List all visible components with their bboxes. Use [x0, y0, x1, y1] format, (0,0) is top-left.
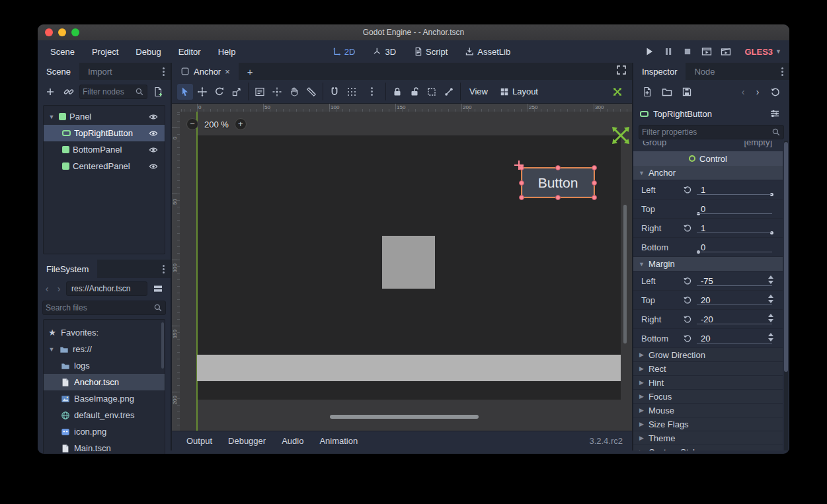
new-scene-tab-button[interactable]: +	[239, 63, 262, 80]
stop-button[interactable]	[680, 44, 695, 59]
section-size-flags[interactable]: ▶Size Flags	[633, 417, 783, 431]
selection-handle[interactable]	[519, 180, 524, 186]
revert-button[interactable]	[680, 185, 695, 194]
revert-button[interactable]	[680, 314, 695, 324]
bottom-panel-node[interactable]	[197, 355, 621, 381]
anchor-left-field[interactable]: 1	[695, 180, 773, 199]
spinner-icon[interactable]	[768, 314, 773, 322]
object-history-button[interactable]	[768, 85, 783, 99]
spinner-icon[interactable]	[768, 333, 773, 342]
section-focus[interactable]: ▶Focus	[633, 390, 783, 404]
menu-editor[interactable]: Editor	[173, 44, 207, 59]
play-scene-button[interactable]	[699, 44, 714, 59]
selection-handle[interactable]	[592, 195, 597, 200]
zoom-window-button[interactable]	[71, 28, 79, 36]
workspace-3d-button[interactable]: 3D	[367, 45, 401, 59]
tree-row-panel[interactable]: ▼ Panel	[44, 108, 165, 125]
scene-tab-anchor[interactable]: Anchor ×	[172, 63, 239, 80]
inspector-dock-menu-icon[interactable]	[777, 63, 787, 80]
inspector-scrollbar[interactable]	[784, 142, 788, 372]
minimize-window-button[interactable]	[58, 28, 66, 36]
file-tree-scrollbar[interactable]	[161, 322, 164, 369]
animation-tab-button[interactable]: Animation	[313, 433, 364, 449]
split-mode-button[interactable]	[150, 281, 166, 296]
tab-import[interactable]: Import	[79, 63, 121, 80]
ungroup-button[interactable]	[441, 84, 457, 100]
history-forward-icon[interactable]: ›	[753, 87, 762, 97]
spinner-icon[interactable]	[768, 275, 773, 284]
file-row-baseimage-png[interactable]: BaseImage.png	[44, 390, 165, 407]
collapse-arrow-icon[interactable]: ▼	[48, 346, 56, 353]
layout-menu-button[interactable]: Layout	[494, 85, 543, 98]
canvas-button-node[interactable]: Button	[521, 167, 595, 198]
ruler-tool-button[interactable]	[303, 84, 319, 100]
margin-top-field[interactable]: 20	[695, 291, 773, 309]
section-grow-direction[interactable]: ▶Grow Direction	[633, 348, 783, 362]
selection-handle[interactable]	[555, 195, 561, 200]
list-select-button[interactable]	[252, 84, 268, 100]
output-tab-button[interactable]: Output	[180, 433, 219, 449]
debugger-tab-button[interactable]: Debugger	[221, 433, 272, 449]
new-resource-button[interactable]	[639, 85, 655, 99]
scale-tool-button[interactable]	[229, 84, 245, 100]
tab-filesystem[interactable]: FileSystem	[38, 260, 97, 278]
close-window-button[interactable]	[45, 28, 53, 36]
tree-row-toprightbutton[interactable]: TopRightButton	[44, 125, 165, 141]
visibility-eye-icon[interactable]	[149, 112, 158, 122]
property-value[interactable]: [empty]	[744, 141, 772, 147]
grid-snap-toggle[interactable]	[344, 84, 360, 100]
distraction-free-button[interactable]	[613, 63, 629, 77]
visibility-eye-icon[interactable]	[149, 145, 158, 155]
vertical-scrollbar[interactable]	[623, 205, 627, 343]
renderer-dropdown[interactable]: GLES3 ▼	[744, 47, 781, 57]
canvas-field[interactable]: Button − 200 % +	[180, 112, 632, 431]
file-row-default-env[interactable]: default_env.tres	[44, 407, 165, 423]
file-row-icon-png[interactable]: icon.png	[44, 423, 165, 440]
revert-button[interactable]	[680, 334, 695, 343]
scene-filter-input[interactable]	[83, 87, 135, 96]
section-anchor[interactable]: ▼ Anchor	[633, 166, 783, 180]
section-custom-styles[interactable]: ▶Custom Styles	[633, 445, 783, 450]
save-resource-button[interactable]	[679, 85, 695, 99]
canvas-viewport-area[interactable]: 0 50 100 150 200 250 300 0 50 100 150 20…	[172, 104, 632, 431]
tab-scene[interactable]: Scene	[38, 63, 79, 80]
anchor-bottom-field[interactable]: 0	[695, 238, 773, 256]
anchor-top-field[interactable]: 0	[695, 199, 773, 218]
anchor-preset-button[interactable]	[610, 84, 625, 100]
revert-button[interactable]	[680, 276, 695, 285]
selection-handle[interactable]	[555, 165, 561, 170]
load-resource-button[interactable]	[659, 85, 675, 99]
selection-handle[interactable]	[519, 195, 524, 200]
smart-snap-toggle[interactable]	[327, 84, 342, 100]
selection-handle[interactable]	[592, 165, 597, 170]
file-row-logs[interactable]: logs	[44, 357, 165, 374]
rotate-tool-button[interactable]	[212, 84, 227, 100]
file-row-main-tscn[interactable]: Main.tscn	[44, 440, 165, 454]
revert-button[interactable]	[680, 295, 695, 305]
pause-button[interactable]	[661, 44, 676, 59]
pan-tool-button[interactable]	[286, 84, 302, 100]
workspace-2d-button[interactable]: 2D	[327, 45, 361, 59]
scene-dock-menu-icon[interactable]	[159, 63, 168, 80]
filesystem-menu-icon[interactable]	[159, 260, 168, 278]
lock-button[interactable]	[389, 84, 405, 100]
section-hint[interactable]: ▶Hint	[633, 376, 783, 390]
zoom-level[interactable]: 200 %	[204, 120, 229, 129]
margin-right-field[interactable]: -20	[695, 310, 773, 328]
play-button[interactable]	[642, 44, 656, 59]
attach-script-button[interactable]	[150, 85, 166, 99]
select-tool-button[interactable]	[177, 84, 193, 100]
anchor-right-field[interactable]: 1	[695, 219, 773, 237]
file-row-anchor-tscn[interactable]: Anchor.tscn	[44, 374, 165, 390]
file-row-res[interactable]: ▼ res://	[44, 341, 165, 357]
visibility-eye-icon[interactable]	[149, 129, 158, 138]
object-tools-button[interactable]	[767, 106, 783, 121]
group-button[interactable]	[424, 84, 440, 100]
menu-debug[interactable]: Debug	[130, 44, 167, 59]
zoom-out-button[interactable]: −	[186, 118, 198, 130]
menu-help[interactable]: Help	[212, 44, 242, 59]
unlock-button[interactable]	[407, 84, 422, 100]
spinner-icon[interactable]	[768, 295, 773, 303]
tab-node[interactable]: Node	[686, 63, 723, 80]
snap-options-menu[interactable]	[364, 84, 379, 100]
